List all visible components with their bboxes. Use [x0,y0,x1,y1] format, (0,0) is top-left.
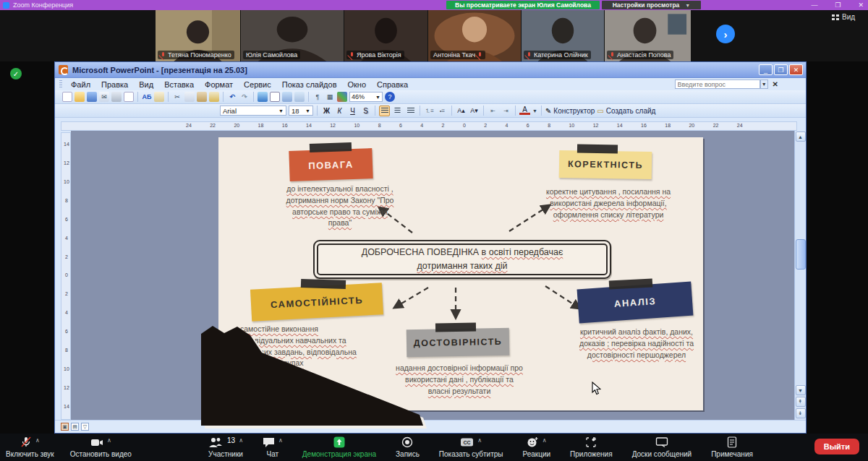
cut-icon[interactable]: ✂ [172,92,182,102]
menu-file[interactable]: Файл [71,80,90,89]
menu-edit[interactable]: Правка [101,80,128,89]
chevron-up-icon[interactable]: ∧ [477,437,482,444]
chevron-up-icon[interactable]: ∧ [239,437,243,444]
align-left-button[interactable] [379,105,390,116]
video-tile[interactable]: Антоніна Ткач [428,10,521,61]
italic-button[interactable]: К [334,105,345,116]
ppt-restore-icon[interactable]: ❐ [774,64,788,75]
video-tile[interactable]: Тетяна Пономаренко [156,10,240,61]
font-color-dropdown-icon[interactable]: ▼ [532,108,537,113]
zoom-level-combo[interactable]: 46%▼ [349,92,383,102]
menu-window[interactable]: Окно [348,80,367,89]
reactions-button[interactable]: ∧ Реакции [522,436,550,458]
chat-button[interactable]: ∧ Чат [263,436,283,458]
color-schemes-icon[interactable] [337,92,347,102]
next-slide-icon[interactable]: ↡ [796,408,806,418]
video-tile[interactable]: Юлія Самойлова [241,10,344,61]
shadow-button[interactable]: S [360,105,371,116]
question-close-icon[interactable]: ✕ [773,80,778,88]
increase-indent-icon[interactable]: ⇥ [501,105,511,116]
horizontal-ruler: 2422201816141210864202468101214161820222… [61,121,797,131]
new-slide-button[interactable]: Создать слайд [606,107,656,115]
chevron-up-icon[interactable]: ∧ [278,437,283,444]
bold-button[interactable]: Ж [321,105,332,116]
slide-sorter-view-icon[interactable]: ▤ [71,423,79,431]
undo-icon[interactable]: ↶ [227,92,237,102]
menu-format[interactable]: Формат [205,80,233,89]
email-icon[interactable]: ✉ [99,92,109,102]
zoom-bottom-toolbar: ∧ Включить звук ∧ Остановить видео [0,434,868,461]
numbered-list-icon[interactable]: ⒈≡ [424,105,435,116]
chevron-up-icon[interactable]: ∧ [107,437,111,444]
video-tile[interactable]: Анастасія Попова [605,10,691,61]
font-color-icon[interactable]: A [519,106,530,115]
open-folder-icon[interactable] [75,92,85,102]
menu-tools[interactable]: Сервис [244,80,271,89]
print-preview-icon[interactable] [124,92,134,102]
show-grid-icon[interactable]: ▦ [325,92,335,102]
new-file-icon[interactable] [62,92,72,102]
stop-video-button[interactable]: ∧ Остановить видео [70,436,132,458]
font-name-combo[interactable]: Arial▼ [220,105,286,116]
align-center-button[interactable] [392,105,403,116]
designer-button[interactable]: Конструктор [553,107,595,115]
hyperlink-icon[interactable] [294,92,305,102]
participants-button[interactable]: 13 ∧ Участники [208,436,243,458]
paste-icon[interactable] [197,92,207,102]
leave-meeting-button[interactable]: Выйти [814,439,859,454]
ppt-minimize-icon[interactable]: _ [759,64,773,75]
video-tile[interactable]: Катерина Олійник [522,10,604,61]
redo-icon[interactable]: ↷ [239,92,250,102]
chevron-up-icon[interactable]: ∧ [35,437,40,444]
scroll-up-icon[interactable]: ▲ [796,132,806,142]
previous-slide-icon[interactable]: ↟ [796,397,806,407]
increase-font-icon[interactable]: A▴ [456,105,467,116]
copy-icon[interactable] [184,92,195,102]
underline-button[interactable]: Ч [347,105,358,116]
normal-view-icon[interactable]: ▣ [61,423,69,431]
scrollbar-thumb[interactable] [796,239,806,270]
menu-slideshow[interactable]: Показ слайдов [282,80,337,89]
menu-help[interactable]: Справка [377,80,408,89]
next-participants-button[interactable]: › [716,25,735,43]
close-icon[interactable]: ✕ [858,1,864,9]
record-button[interactable]: Запись [396,436,420,458]
maximize-icon[interactable]: ❐ [835,1,841,9]
menu-view[interactable]: Вид [139,80,153,89]
vertical-scrollbar[interactable]: ▲ ▼ ↟ ↡ [794,131,806,420]
decrease-indent-icon[interactable]: ⇤ [488,105,498,116]
view-settings-dropdown[interactable]: Настройки просмотра ▼ [602,1,701,9]
insert-table-icon[interactable] [270,92,280,102]
notes-button[interactable]: Примечания [711,436,753,458]
chevron-up-icon[interactable]: ∧ [542,437,547,444]
menu-insert[interactable]: Вставка [164,80,194,89]
help-icon[interactable]: ? [385,92,395,102]
video-tile[interactable]: Ярова Вікторія [344,10,427,61]
category-description: критичний аналіз фактів, даних,доказів ;… [570,327,703,361]
scroll-down-icon[interactable]: ▼ [796,385,806,395]
unmute-button[interactable]: ∧ Включить звук [6,436,54,458]
powerpoint-window-title: Microsoft PowerPoint - [презентація на 2… [72,66,247,74]
whiteboards-button[interactable]: Доски сообщений [632,436,692,458]
font-size-combo[interactable]: 18▼ [289,105,313,116]
share-screen-button[interactable]: Демонстрация экрана [302,436,376,458]
show-formatting-icon[interactable]: ¶ [312,92,323,102]
minimize-icon[interactable]: — [811,1,817,9]
tables-borders-icon[interactable] [282,92,292,102]
chart-icon[interactable] [258,92,268,102]
print-icon[interactable] [111,92,122,102]
ppt-close-icon[interactable]: ✕ [789,64,803,75]
question-dropdown-icon[interactable]: ▼ [760,79,768,89]
slideshow-view-icon[interactable]: ▽ [81,423,89,431]
save-icon[interactable] [87,92,97,102]
align-right-button[interactable] [405,105,416,116]
spelling-icon[interactable]: АБ [142,92,152,102]
decrease-font-icon[interactable]: A▾ [469,105,480,116]
view-mode-button[interactable]: Вид [832,13,855,21]
format-painter-icon[interactable] [209,92,219,102]
captions-button[interactable]: CC ∧ Показать субтитры [439,436,503,458]
question-input[interactable] [675,79,760,89]
bullet-list-icon[interactable]: •≡ [437,105,448,116]
apps-button[interactable]: Приложения [570,436,613,458]
research-icon[interactable] [154,92,164,102]
